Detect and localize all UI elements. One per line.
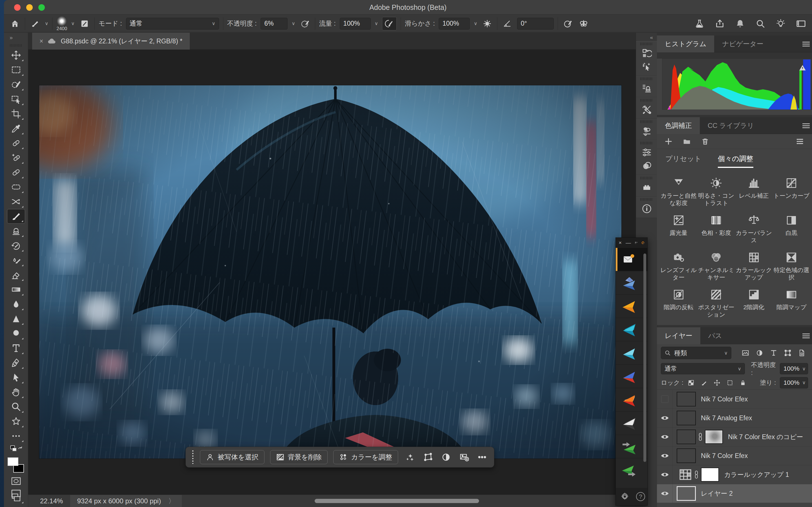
tool-type[interactable] (7, 341, 25, 355)
layer-opacity-input[interactable]: 100%∨ (780, 363, 808, 374)
taskbar-drag-handle[interactable] (192, 450, 194, 464)
tab-adjustments[interactable]: 色調補正 (657, 117, 700, 134)
layer-mask-thumbnail[interactable] (701, 467, 719, 482)
discover-lightbulb-icon[interactable] (775, 18, 786, 30)
list-view-icon[interactable] (795, 137, 805, 146)
tool-sharpen[interactable] (7, 312, 25, 326)
visibility-toggle[interactable] (657, 465, 673, 484)
visibility-toggle[interactable] (657, 428, 673, 446)
tool-blur[interactable] (7, 297, 25, 312)
mask-link-icon[interactable] (694, 470, 699, 479)
tool-spot-healing[interactable] (7, 151, 25, 165)
more-options-icon[interactable] (476, 451, 488, 463)
adjustment-black-white[interactable]: 白黒 (773, 210, 811, 247)
smoothing-gear-icon[interactable] (481, 18, 493, 30)
panel-menu-icon[interactable] (802, 332, 810, 339)
adjustment-brightness-contrast[interactable]: 明るさ・コントラスト (698, 172, 735, 210)
nik-item-sharpener[interactable] (616, 388, 647, 411)
layer-row[interactable]: Nik 7 Color Efex (657, 390, 812, 409)
subtab-presets[interactable]: プリセット (665, 154, 702, 168)
nik-item-silver-efex-blue[interactable] (616, 341, 647, 365)
tool-edit-toolbar[interactable] (7, 429, 25, 443)
visibility-toggle[interactable] (657, 446, 673, 465)
lock-artboard-icon[interactable] (726, 379, 733, 386)
canvas-horizontal-scrollbar[interactable] (315, 499, 479, 503)
generate-sparkle-icon[interactable] (636, 60, 657, 73)
filter-adjustment-layers-icon[interactable] (756, 349, 763, 357)
zoom-level[interactable]: 22.14% (40, 497, 63, 505)
layer-filter-select[interactable]: 種類 ∨ (661, 347, 731, 359)
tool-zoom[interactable] (7, 399, 25, 414)
chevron-down-icon[interactable]: ∨ (375, 20, 378, 26)
tool-object-selection[interactable] (7, 92, 25, 107)
home-icon[interactable] (9, 18, 21, 30)
tool-marquee[interactable] (7, 62, 25, 77)
nik-item-hdr-efex[interactable] (616, 318, 647, 341)
adjustment-hue-saturation[interactable]: 色相・彩度 (698, 210, 735, 247)
lock-transparency-icon[interactable] (688, 379, 695, 386)
info-icon[interactable] (636, 202, 657, 216)
tool-patch[interactable] (7, 180, 25, 194)
tool-gradient[interactable] (7, 282, 25, 297)
layer-thumbnail[interactable] (677, 392, 696, 406)
change-screen-mode-button[interactable] (7, 490, 25, 505)
tool-move[interactable] (7, 48, 25, 62)
tab-layers[interactable]: レイヤー (657, 327, 700, 344)
layer-thumbnail[interactable] (677, 430, 696, 444)
filter-shape-layers-icon[interactable] (784, 349, 792, 357)
nik-item-color-efex[interactable] (616, 295, 647, 318)
visibility-toggle[interactable] (657, 409, 673, 427)
adjustment-selective-color[interactable]: 特定色域の選択 (773, 247, 811, 284)
nik-item-collection[interactable] (616, 248, 647, 271)
nik-item-silver-efex[interactable] (616, 411, 647, 435)
adjustment-gradient-map[interactable]: 階調マップ (773, 284, 811, 321)
patterns-icon[interactable] (636, 180, 657, 194)
share-icon[interactable] (714, 18, 726, 30)
nik-scrollbar[interactable] (644, 253, 646, 462)
canvas-viewport[interactable]: 被写体を選択 背景を削除 カラーを調整 (28, 50, 636, 495)
tool-path-select[interactable] (7, 370, 25, 385)
adjustment-channel-mixer[interactable]: チャンネルミキサー (698, 247, 735, 284)
trash-icon[interactable] (701, 137, 709, 146)
tool-eyedropper[interactable] (7, 121, 25, 136)
toggle-brush-panel-icon[interactable] (79, 18, 91, 30)
gear-icon[interactable] (620, 492, 629, 501)
pressure-size-icon[interactable] (562, 18, 574, 30)
tool-crop[interactable] (7, 107, 25, 121)
adjustment-levels[interactable]: レベル補正 (735, 172, 773, 210)
mask-link-icon[interactable] (698, 433, 703, 441)
clone-source-icon[interactable] (636, 81, 657, 95)
panel-menu-icon[interactable] (802, 122, 810, 128)
close-tab-icon[interactable]: × (40, 38, 43, 45)
chevron-down-icon[interactable]: ∨ (45, 20, 48, 26)
filter-pixel-layers-icon[interactable] (742, 349, 749, 357)
layer-name[interactable]: Nik 7 Color Efex (701, 452, 748, 460)
tab-cc-libraries[interactable]: CC ライブラリ (700, 117, 762, 134)
add-image-icon[interactable] (458, 451, 470, 463)
tool-pen[interactable] (7, 355, 25, 370)
layout-icon[interactable] (635, 240, 638, 245)
add-adjustment-icon[interactable] (664, 137, 673, 146)
remove-background-button[interactable]: 背景を削除 (270, 450, 328, 464)
adjustment-exposure[interactable]: 露光量 (660, 210, 698, 247)
adjustment-posterize[interactable]: ポスタリゼーション (698, 284, 735, 321)
tool-content-aware-move[interactable] (7, 194, 25, 209)
lock-position-icon[interactable] (713, 379, 721, 386)
smoothing-input[interactable]: 100% (439, 18, 470, 30)
layer-row[interactable]: Nik 7 Color Efex (657, 446, 812, 465)
nik-item-viveza[interactable] (616, 365, 647, 388)
angle-input[interactable]: 0° (517, 18, 554, 30)
brush-size-preview[interactable]: 2400 (56, 16, 67, 31)
tool-eraser[interactable] (7, 268, 25, 282)
layer-row-selected[interactable]: レイヤー 2 (657, 484, 812, 503)
minimize-icon[interactable]: — (626, 240, 631, 246)
document-tab[interactable]: × G88.psdc @ 22.1% (レイヤー 2, RGB/8) * (32, 33, 190, 50)
adjustment-color-vibrance[interactable]: カラーと自然な彩度 (660, 172, 698, 210)
chevron-down-icon[interactable]: ∨ (71, 20, 74, 26)
layer-name[interactable]: Nik 7 Color Efex のコピー (728, 433, 803, 441)
tool-dodge[interactable] (7, 326, 25, 341)
layer-row[interactable]: カラールックアップ 1 (657, 465, 812, 484)
lock-pixels-icon[interactable] (700, 379, 708, 386)
adjustment-icon[interactable] (440, 451, 452, 463)
brush-tool-preset-icon[interactable] (29, 18, 41, 30)
